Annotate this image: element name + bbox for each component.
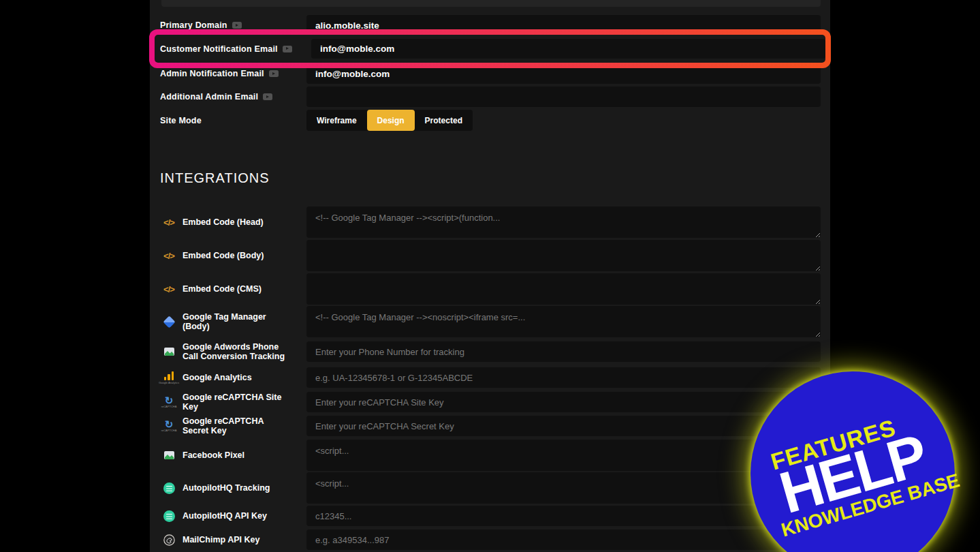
recaptcha-site-key-input[interactable] <box>306 392 821 412</box>
google-adwords-icon <box>164 348 174 356</box>
facebook-pixel-icon <box>164 451 174 459</box>
admin-email-label: Admin Notification Email <box>160 69 264 78</box>
recaptcha-site-key-row: ↻ reCAPTCHA Google reCAPTCHA Site Key <box>150 392 821 412</box>
customer-email-input[interactable] <box>311 39 825 59</box>
embed-head-textarea[interactable] <box>306 206 821 238</box>
embed-body-textarea[interactable] <box>306 240 821 271</box>
recaptcha-secret-key-input[interactable] <box>306 416 821 436</box>
additional-admin-email-input[interactable] <box>306 87 821 107</box>
autopilot-icon <box>163 482 175 494</box>
autopilot-icon <box>163 510 175 522</box>
primary-domain-label: Primary Domain <box>160 20 227 30</box>
video-help-icon[interactable] <box>269 70 279 77</box>
facebook-pixel-row: Facebook Pixel <box>150 440 821 471</box>
recaptcha-secret-key-row: ↻ reCAPTCHA Google reCAPTCHA Secret Key <box>150 416 821 436</box>
google-analytics-icon <box>164 371 174 380</box>
code-icon <box>163 249 174 262</box>
autopilot-api-key-row: AutopilotHQ API Key <box>150 506 821 526</box>
google-analytics-input[interactable] <box>306 367 821 388</box>
embed-cms-row: Embed Code (CMS) <box>150 273 821 305</box>
recaptcha-icon: ↻ <box>165 420 174 428</box>
additional-admin-email-label: Additional Admin Email <box>160 92 258 102</box>
site-mode-segmented-control: Wireframe Design Protected <box>306 110 473 131</box>
top-partial-input[interactable] <box>161 0 821 7</box>
customer-email-highlight-frame: Customer Notification Email <box>149 29 831 68</box>
gtm-body-textarea[interactable] <box>306 306 821 337</box>
adwords-tracking-row: Google Adwords Phone Call Conversion Tra… <box>150 341 821 362</box>
top-partial-field-row <box>161 0 832 7</box>
site-mode-option-protected[interactable]: Protected <box>415 110 473 131</box>
code-icon <box>163 216 174 228</box>
settings-panel: Primary Domain Customer Notification Ema… <box>150 0 830 552</box>
embed-cms-textarea[interactable] <box>306 273 821 305</box>
video-help-icon[interactable] <box>263 93 272 100</box>
autopilot-tracking-textarea[interactable] <box>306 472 821 504</box>
video-help-icon[interactable] <box>232 22 242 29</box>
code-icon <box>163 283 174 295</box>
autopilot-tracking-row: AutopilotHQ Tracking <box>150 472 821 504</box>
video-help-icon[interactable] <box>283 46 292 52</box>
mailchimp-icon <box>163 534 175 546</box>
site-mode-option-design[interactable]: Design <box>367 110 415 131</box>
site-mode-option-wireframe[interactable]: Wireframe <box>306 110 367 131</box>
google-tag-manager-icon <box>163 316 175 328</box>
mailchimp-api-key-input[interactable] <box>306 530 821 550</box>
mailchimp-api-key-row: MailChimp API Key <box>150 530 821 550</box>
recaptcha-icon: ↻ <box>165 397 174 404</box>
adwords-tracking-input[interactable] <box>306 341 821 362</box>
facebook-pixel-textarea[interactable] <box>306 440 821 471</box>
integrations-heading: INTEGRATIONS <box>160 170 270 186</box>
additional-admin-email-row: Additional Admin Email <box>150 87 821 107</box>
customer-email-label: Customer Notification Email <box>160 44 278 54</box>
embed-body-row: Embed Code (Body) <box>150 240 821 271</box>
autopilot-api-key-input[interactable] <box>306 506 821 526</box>
site-mode-row: Site Mode Wireframe Design Protected <box>150 110 821 131</box>
embed-head-row: Embed Code (Head) <box>150 206 821 238</box>
gtm-body-row: Google Tag Manager (Body) <box>150 306 821 337</box>
google-analytics-row: Google Analytics Google Analytics <box>150 367 821 388</box>
site-mode-label: Site Mode <box>160 116 202 125</box>
